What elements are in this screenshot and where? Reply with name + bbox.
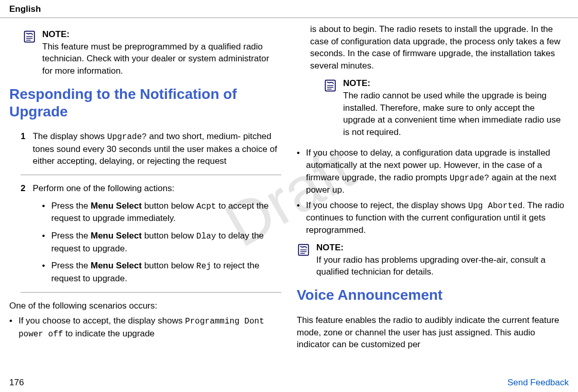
text-fragment: Press the <box>51 261 91 270</box>
mono-text: Upgrade? <box>450 174 489 183</box>
column-right: is about to begin. The radio resets to i… <box>297 23 569 354</box>
note-icon <box>23 29 37 44</box>
bullet-delay: • If you choose to delay, a configuratio… <box>297 147 569 196</box>
mono-text: Upgrade? <box>107 132 147 142</box>
voice-announcement-paragraph: This feature enables the radio to audibl… <box>297 314 569 351</box>
note-label: NOTE: <box>343 77 569 90</box>
bullet-reject: • If you choose to reject, the display s… <box>297 199 569 236</box>
text-fragment: The display shows <box>32 131 107 141</box>
bold-text: Menu Select <box>91 261 142 270</box>
step-body: Perform one of the following actions: • … <box>32 182 281 284</box>
page-number: 176 <box>9 377 24 389</box>
bullet-dot: • <box>297 199 300 236</box>
note-body: The radio cannot be used while the upgra… <box>343 91 560 137</box>
text-fragment: If you choose to reject, the display sho… <box>306 200 468 210</box>
text-fragment: button below <box>142 231 196 241</box>
send-feedback-link[interactable]: Send Feedback <box>507 377 569 389</box>
note-block-3: NOTE: If your radio has problems upgradi… <box>297 242 569 278</box>
note-block-1: NOTE: This feature must be preprogrammed… <box>23 28 281 77</box>
note-label: NOTE: <box>42 28 281 41</box>
step-body: The display shows Upgrade? and two short… <box>32 130 281 167</box>
note-icon <box>324 78 338 93</box>
mono-text: Upg Aborted <box>468 201 523 211</box>
bullet-dot: • <box>9 315 12 340</box>
continuation-text: is about to begin. The radio resets to i… <box>310 23 569 72</box>
note-icon <box>297 243 311 257</box>
text-fragment: Press the <box>51 201 91 211</box>
bullet-accept: • If you choose to accept, the display s… <box>9 315 281 340</box>
bullet-dot: • <box>297 147 300 196</box>
sub-bullet: • Press the Menu Select button below Acp… <box>42 200 281 225</box>
divider <box>21 175 281 175</box>
text-fragment: to indicate the upgrade <box>63 329 155 338</box>
step-2: 2 Perform one of the following actions: … <box>21 182 281 292</box>
mono-text: Dlay <box>196 232 216 241</box>
bold-text: Menu Select <box>91 231 142 241</box>
sub-bullet: • Press the Menu Select button below Rej… <box>42 260 281 284</box>
bullet-dot: • <box>42 230 45 254</box>
divider <box>21 292 281 293</box>
text-fragment: If you choose to accept, the display sho… <box>19 316 185 326</box>
section-heading-responding: Responding to the Notification of Upgrad… <box>9 86 281 120</box>
mono-text: Acpt <box>196 202 216 211</box>
header-language: English <box>0 0 578 18</box>
note-body: This feature must be preprogrammed by a … <box>42 42 269 76</box>
step-intro: Perform one of the following actions: <box>32 182 281 195</box>
bullet-dot: • <box>42 260 45 284</box>
footer: 176 Send Feedback <box>0 377 578 389</box>
note-label: NOTE: <box>316 242 569 254</box>
text-fragment: button below <box>142 201 196 211</box>
note-block-2: NOTE: The radio cannot be used while the… <box>324 77 569 139</box>
step-1: 1 The display shows Upgrade? and two sho… <box>21 130 281 175</box>
bullet-dot: • <box>42 200 45 225</box>
text-fragment: Press the <box>51 231 91 241</box>
step-number: 2 <box>21 182 25 284</box>
scenarios-intro: One of the following scenarios occurs: <box>9 300 281 312</box>
text-fragment: button below <box>142 261 196 270</box>
note-body: If your radio has problems upgrading ove… <box>316 255 546 277</box>
section-heading-voice: Voice Announcement <box>297 286 569 304</box>
column-left: NOTE: This feature must be preprogrammed… <box>9 23 281 354</box>
sub-bullet: • Press the Menu Select button below Dla… <box>42 230 281 254</box>
mono-text: Rej <box>196 262 211 271</box>
bold-text: Menu Select <box>91 201 142 211</box>
step-number: 1 <box>21 130 25 167</box>
